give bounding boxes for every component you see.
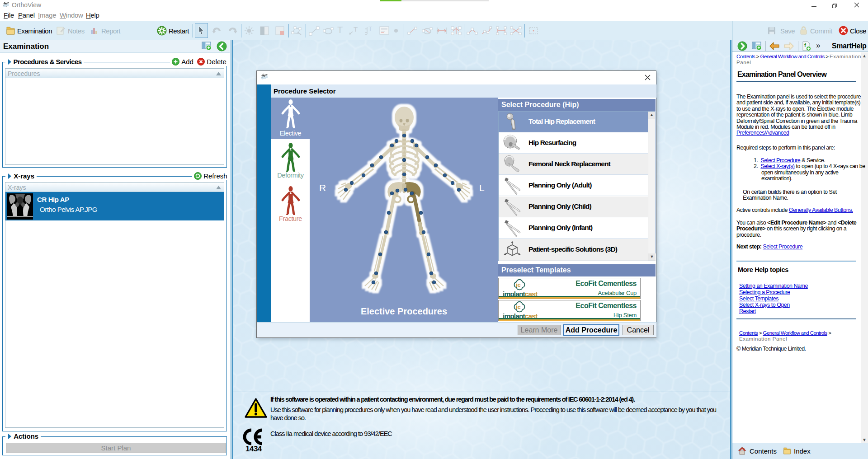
- svg-text:T: T: [368, 25, 372, 32]
- svg-text:T: T: [354, 25, 358, 33]
- svg-text:f: f: [804, 42, 806, 48]
